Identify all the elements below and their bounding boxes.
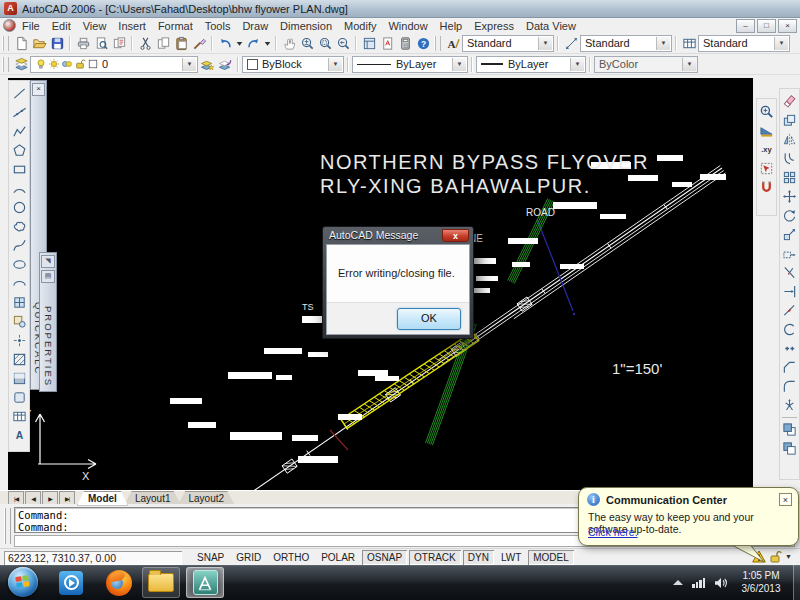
auto-hide-icon[interactable]: ◥ <box>41 255 55 268</box>
save-button[interactable] <box>48 34 66 52</box>
menu-help[interactable]: Help <box>434 20 469 32</box>
plot-style-combo[interactable]: ByColor ▼ <box>594 56 698 73</box>
menu-modify[interactable]: Modify <box>338 20 382 32</box>
break-button[interactable] <box>781 320 799 338</box>
taskbar-media-player-button[interactable] <box>52 567 90 598</box>
taskbar-firefox-button[interactable] <box>100 567 138 598</box>
scale-button[interactable] <box>781 225 799 243</box>
region-button[interactable] <box>10 388 28 406</box>
revision-cloud-button[interactable] <box>10 217 28 235</box>
publish-button[interactable] <box>110 34 128 52</box>
tab-nav-1[interactable]: ◀ <box>25 491 41 505</box>
menu-express[interactable]: Express <box>468 20 520 32</box>
dim-style-icon[interactable] <box>562 34 580 52</box>
rotate-button[interactable] <box>781 206 799 224</box>
tab-nav-0[interactable]: |◀ <box>8 491 24 505</box>
construction-line-button[interactable] <box>10 103 28 121</box>
make-object-layer-current-button[interactable] <box>198 55 216 73</box>
ok-button[interactable]: OK <box>397 308 461 330</box>
color-combo[interactable]: ByBlock ▼ <box>242 56 344 73</box>
taskbar-autocad-button[interactable] <box>186 567 224 598</box>
table-style-icon[interactable] <box>680 34 698 52</box>
zoom-tool-button[interactable] <box>758 102 776 120</box>
polyline-button[interactable] <box>10 122 28 140</box>
text-style-icon[interactable]: A <box>444 34 462 52</box>
menu-file[interactable]: File <box>16 20 46 32</box>
sheet-set-manager-button[interactable] <box>360 34 378 52</box>
chevron-down-icon[interactable]: ▼ <box>452 58 466 71</box>
chamfer-button[interactable] <box>781 358 799 376</box>
menu-edit[interactable]: Edit <box>46 20 77 32</box>
gradient-button[interactable] <box>10 369 28 387</box>
ellipse-arc-button[interactable] <box>10 274 28 292</box>
toggle-dyn[interactable]: DYN <box>463 550 494 565</box>
toggle-ortho[interactable]: ORTHO <box>268 550 314 565</box>
mirror-button[interactable] <box>781 130 799 148</box>
markup-set-manager-button[interactable] <box>378 34 396 52</box>
join-button[interactable] <box>781 339 799 357</box>
toggle-osnap[interactable]: OSNAP <box>362 550 407 565</box>
tab-nav-3[interactable]: ▶| <box>59 491 75 505</box>
zoom-previous-button[interactable] <box>334 34 352 52</box>
circle-button[interactable] <box>10 198 28 216</box>
help-button[interactable]: ? <box>414 34 432 52</box>
explode-button[interactable] <box>781 396 799 414</box>
pan-button[interactable] <box>280 34 298 52</box>
erase-button[interactable] <box>781 92 799 110</box>
spline-button[interactable] <box>10 236 28 254</box>
toggle-snap[interactable]: SNAP <box>192 550 229 565</box>
chevron-down-icon[interactable]: ▼ <box>682 58 696 71</box>
command-window-grip[interactable] <box>4 508 11 544</box>
toggle-grid[interactable]: GRID <box>231 550 266 565</box>
quickcalc-tool-button[interactable] <box>396 34 414 52</box>
sun-icon[interactable] <box>48 58 60 70</box>
chevron-down-icon[interactable]: ▼ <box>570 58 584 71</box>
undo-dropdown-button[interactable] <box>234 34 244 52</box>
menu-format[interactable]: Format <box>152 20 199 32</box>
table-button[interactable] <box>10 407 28 425</box>
chevron-down-icon[interactable]: ▼ <box>182 58 196 71</box>
quick-select-button[interactable] <box>758 159 776 177</box>
array-button[interactable] <box>781 168 799 186</box>
arc-button[interactable] <box>10 179 28 197</box>
line-button[interactable] <box>10 84 28 102</box>
toolbar-grip[interactable] <box>2 57 9 72</box>
volume-icon[interactable] <box>714 577 728 589</box>
toggle-otrack[interactable]: OTRACK <box>409 550 461 565</box>
make-block-button[interactable] <box>10 312 28 330</box>
unlock-icon[interactable] <box>74 58 86 70</box>
layer-previous-button[interactable] <box>216 55 234 73</box>
table-style-combo[interactable]: Standard▼ <box>698 35 790 52</box>
match-properties-button[interactable] <box>190 34 208 52</box>
plot-preview-button[interactable] <box>92 34 110 52</box>
toggle-model[interactable]: MODEL <box>528 550 574 565</box>
copy-button[interactable] <box>154 34 172 52</box>
draworder-front-button[interactable] <box>781 420 799 438</box>
network-icon[interactable] <box>692 577 705 588</box>
hatch-button[interactable] <box>10 350 28 368</box>
polygon-button[interactable] <box>10 141 28 159</box>
layer-combo[interactable]: 0 ▼ <box>30 56 198 73</box>
unlock-icon[interactable] <box>769 550 782 563</box>
mdi-restore-button[interactable]: □ <box>757 19 776 33</box>
toggle-polar[interactable]: POLAR <box>316 550 360 565</box>
bulb-icon[interactable] <box>35 58 47 70</box>
zoom-window-button[interactable] <box>316 34 334 52</box>
offset-button[interactable] <box>781 149 799 167</box>
chevron-down-icon[interactable]: ▼ <box>656 37 670 50</box>
point-xy-button[interactable]: .xy <box>758 140 776 158</box>
mdi-minimize-button[interactable]: – <box>736 19 755 33</box>
show-hidden-icons-icon[interactable] <box>673 580 683 585</box>
start-button[interactable] <box>8 567 38 597</box>
color-swatch-icon[interactable] <box>87 58 99 70</box>
ellipse-button[interactable] <box>10 255 28 273</box>
menu-view[interactable]: View <box>77 20 113 32</box>
chevron-down-icon[interactable]: ▼ <box>328 58 342 71</box>
dim-style-combo[interactable]: Standard▼ <box>580 35 672 52</box>
insert-block-button[interactable] <box>10 293 28 311</box>
plot-button[interactable] <box>74 34 92 52</box>
multiline-text-button[interactable]: A <box>10 426 28 444</box>
new-button[interactable] <box>12 34 30 52</box>
layer-properties-manager-button[interactable] <box>12 55 30 73</box>
extend-button[interactable] <box>781 282 799 300</box>
